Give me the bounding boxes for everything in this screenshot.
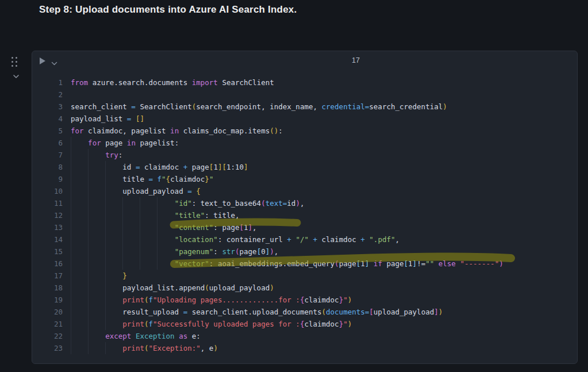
line-number: 21 (32, 318, 63, 330)
indent-guide (157, 221, 157, 233)
code-token: [ (369, 308, 374, 316)
code-token: " (343, 296, 348, 304)
code-line-content: try: (71, 149, 577, 161)
code-line[interactable]: 23 print("Exception:", e) (32, 342, 577, 354)
code-line[interactable]: 22 except Exception as e: (32, 330, 577, 342)
code-token: "title" (175, 211, 205, 220)
code-line[interactable]: 19 print(f"Uploading pages.............f… (32, 294, 577, 306)
indent-guide (88, 233, 89, 246)
code-line[interactable]: 20 result_upload = search_client.upload_… (32, 306, 577, 318)
indent-guide (105, 209, 106, 221)
code-line[interactable]: 10 upload_payload = { (32, 185, 577, 197)
code-token: print (122, 296, 144, 304)
code-line[interactable]: 15 "pagenum": str(page[0]), (32, 246, 577, 258)
code-token: { (196, 187, 201, 195)
indent-guide (140, 246, 140, 258)
code-token: [] (136, 114, 144, 123)
collapse-chevron-icon[interactable] (13, 72, 20, 79)
code-token: = (148, 175, 157, 183)
indent-guide (122, 221, 123, 233)
code-line[interactable]: 6 for page in pagelist: (32, 137, 577, 149)
code-token: { (166, 175, 171, 183)
code-line-content (71, 89, 577, 101)
indent-guide (88, 149, 89, 161)
indent-guide (88, 173, 89, 185)
code-token: , (252, 223, 257, 232)
code-line-content: search_client = SearchClient(search_endp… (71, 101, 577, 113)
indent-guide (157, 233, 157, 246)
code-editor[interactable]: 1from azure.search.documents import Sear… (32, 72, 577, 354)
code-token: Exception (136, 332, 179, 340)
code-token: claimdoc (322, 235, 361, 244)
indent-guide (105, 294, 106, 306)
code-line[interactable]: 18 payload_list.append(upload_payload) (32, 282, 577, 294)
line-number: 12 (32, 209, 63, 221)
indent-guide (71, 270, 71, 282)
code-token: ) (443, 102, 447, 111)
code-token: SearchClient (222, 78, 274, 87)
code-line[interactable]: 4payload_list = [] (32, 113, 577, 125)
code-line[interactable]: 1from azure.search.documents import Sear… (32, 76, 577, 89)
code-token: e: (192, 332, 201, 340)
indent-guide (105, 221, 106, 233)
code-token: ) (348, 320, 352, 328)
indent-guide (88, 185, 89, 197)
indent-guide (122, 258, 123, 270)
code-token: from (71, 78, 93, 87)
code-line[interactable]: 17 } (32, 270, 577, 282)
indent-guide (88, 306, 89, 318)
indent-guide (105, 306, 106, 318)
code-token: != (417, 259, 425, 268)
code-token: 0 (261, 247, 266, 256)
run-menu-chevron-icon[interactable] (51, 59, 57, 64)
code-line-content: payload_list = [] (71, 113, 577, 125)
line-number: 6 (32, 137, 63, 149)
code-token (71, 320, 122, 328)
code-token: search_credential (369, 102, 443, 111)
indent-guide (88, 161, 89, 173)
code-line[interactable]: 3search_client = SearchClient(search_end… (32, 101, 577, 113)
code-token: () (270, 126, 278, 135)
code-line[interactable]: 8 id = claimdoc + page[1][1:10] (32, 161, 577, 173)
code-line[interactable]: 11 "id": text_to_base64(text=id), (32, 197, 577, 209)
indent-guide (71, 161, 71, 173)
code-token: search_client.upload_documents (192, 308, 322, 316)
drag-handle-icon[interactable] (11, 57, 18, 67)
code-token: search_client (71, 102, 131, 111)
indent-guide (88, 221, 89, 233)
code-line[interactable]: 16 "vector": aoai_embeddings.embed_query… (32, 258, 577, 270)
indent-guide (71, 197, 71, 209)
code-line[interactable]: 5for claimdoc, pagelist in claims_doc_ma… (32, 125, 577, 137)
code-token: page (240, 247, 257, 256)
code-token: ) (499, 259, 504, 268)
code-line[interactable]: 12 "title": title, (32, 209, 577, 221)
code-token: 1 (408, 259, 413, 268)
code-token: f (148, 320, 153, 328)
code-line[interactable]: 9 title = f"{claimdoc}" (32, 173, 577, 185)
indent-guide (157, 258, 157, 270)
indent-guide (71, 233, 71, 246)
indent-guide (122, 246, 123, 258)
line-number: 2 (32, 89, 63, 101)
indent-guide (71, 258, 71, 270)
indent-guide (140, 221, 140, 233)
code-token: upload_payload (374, 308, 434, 316)
run-cell-button[interactable] (39, 57, 46, 65)
code-token: ] (244, 163, 248, 171)
indent-guide (140, 233, 140, 246)
code-token: ) (348, 296, 352, 304)
code-line[interactable]: 14 "location": container_url + "/" + cla… (32, 233, 577, 246)
code-line[interactable]: 7 try: (32, 149, 577, 161)
code-token: "Successfully uploaded pages for : (153, 320, 300, 328)
code-token: + (313, 235, 321, 244)
line-number: 3 (32, 101, 63, 113)
code-token: " (209, 175, 214, 183)
code-line-content: payload_list.append(upload_payload) (71, 282, 577, 294)
indent-guide (88, 209, 89, 221)
code-line[interactable]: 13 "content": page[1], (32, 221, 577, 233)
code-line-content: for page in pagelist: (71, 137, 577, 149)
line-number: 9 (32, 173, 63, 185)
code-token: [ (240, 223, 244, 232)
code-line[interactable]: 2 (32, 89, 577, 101)
code-line[interactable]: 21 print(f"Successfully uploaded pages f… (32, 318, 577, 330)
